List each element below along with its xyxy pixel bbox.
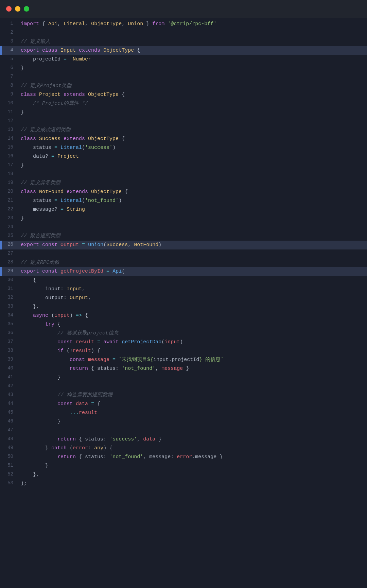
code-line: 51 } bbox=[0, 462, 367, 470]
code-line: 10 /* Project的属性 */ bbox=[0, 99, 367, 108]
code-line: 35 try { bbox=[0, 320, 367, 329]
code-line: 16 data? = Project bbox=[0, 152, 367, 161]
code-line: 33 }, bbox=[0, 302, 367, 311]
code-line: 19 // 定义异常类型 bbox=[0, 179, 367, 188]
code-line: 22 message? = String bbox=[0, 205, 367, 214]
code-line: 24 bbox=[0, 223, 367, 232]
code-line: 15 status = Literal('success') bbox=[0, 143, 367, 152]
code-line: 27 bbox=[0, 249, 367, 258]
code-line: 34 async (input) => { bbox=[0, 311, 367, 320]
code-line-highlighted: 29 export const getProjectById = Api( bbox=[0, 267, 367, 276]
code-line: 36 // 尝试获取project信息 bbox=[0, 329, 367, 338]
maximize-button[interactable] bbox=[24, 6, 29, 12]
code-line: 50 return { status: 'not_found', message… bbox=[0, 453, 367, 462]
code-line: 12 bbox=[0, 117, 367, 126]
code-line: 2 bbox=[0, 29, 367, 37]
code-line: 1 import { Api, Literal, ObjectType, Uni… bbox=[0, 20, 367, 29]
code-line: 37 const result = await getProjectDao(in… bbox=[0, 338, 367, 347]
code-line: 43 // 构造需要的返回数据 bbox=[0, 391, 367, 400]
code-line: 23 } bbox=[0, 214, 367, 223]
code-line: 38 if (!result) { bbox=[0, 347, 367, 356]
code-line: 39 const message = `未找到项目${input.project… bbox=[0, 356, 367, 364]
code-line: 40 return { status: 'not_found', message… bbox=[0, 364, 367, 373]
code-line: 7 bbox=[0, 73, 367, 82]
close-button[interactable] bbox=[6, 6, 12, 12]
code-line: 47 bbox=[0, 426, 367, 435]
code-line: 28 // 定义RPC函数 bbox=[0, 258, 367, 267]
code-line: 48 return { status: 'success', data } bbox=[0, 435, 367, 444]
code-line: 8 // 定义Project类型 bbox=[0, 82, 367, 90]
titlebar bbox=[0, 0, 367, 18]
code-line: 5 projectId = Number bbox=[0, 55, 367, 64]
code-line: 6 } bbox=[0, 64, 367, 73]
code-line: 52 }, bbox=[0, 470, 367, 479]
code-line: 25 // 聚合返回类型 bbox=[0, 232, 367, 241]
code-line: 21 status = Literal('not_found') bbox=[0, 196, 367, 205]
code-line: 32 output: Output, bbox=[0, 294, 367, 302]
code-line: 18 bbox=[0, 170, 367, 179]
code-line-highlighted: 4 export class Input extends ObjectType … bbox=[0, 46, 367, 55]
code-line: 49 } catch (error: any) { bbox=[0, 444, 367, 453]
code-line: 11 } bbox=[0, 108, 367, 117]
code-line-highlighted: 26 export const Output = Union(Success, … bbox=[0, 241, 367, 249]
code-line: 14 class Success extends ObjectType { bbox=[0, 135, 367, 143]
code-line: 9 class Project extends ObjectType { bbox=[0, 90, 367, 99]
code-line: 20 class NotFound extends ObjectType { bbox=[0, 188, 367, 196]
code-line: 42 bbox=[0, 382, 367, 391]
code-line: 44 const data = { bbox=[0, 400, 367, 409]
code-line: 53 ); bbox=[0, 479, 367, 488]
code-line: 17 } bbox=[0, 161, 367, 170]
code-line: 3 // 定义输入 bbox=[0, 37, 367, 46]
code-line: 30 { bbox=[0, 276, 367, 285]
minimize-button[interactable] bbox=[15, 6, 20, 12]
code-line: 31 input: Input, bbox=[0, 285, 367, 294]
code-line: 13 // 定义成功返回类型 bbox=[0, 126, 367, 135]
code-editor: 1 import { Api, Literal, ObjectType, Uni… bbox=[0, 18, 367, 490]
code-line: 41 } bbox=[0, 373, 367, 382]
code-line: 45 ...result bbox=[0, 409, 367, 417]
code-line: 46 } bbox=[0, 417, 367, 426]
